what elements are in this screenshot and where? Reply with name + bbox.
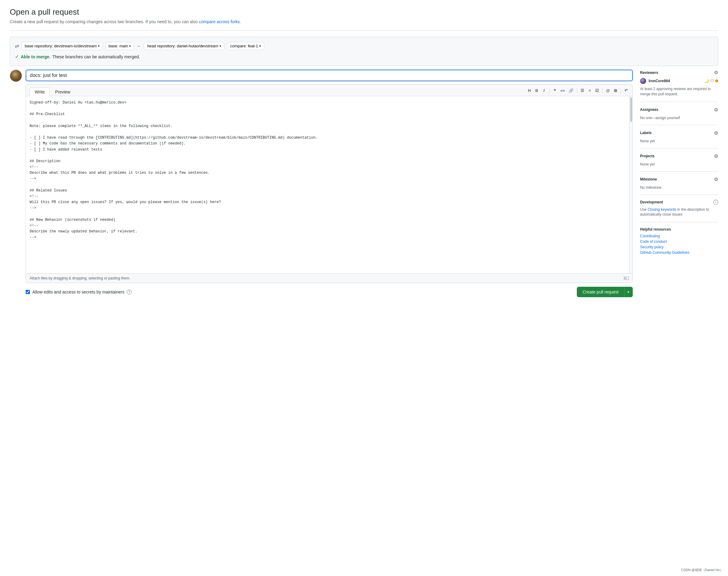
milestone-header: Milestone ⚙ <box>640 176 718 182</box>
avatar-image <box>10 70 22 82</box>
projects-title: Projects <box>640 154 654 158</box>
reviewer-name: IronCore864 <box>649 79 702 83</box>
labels-title: Labels <box>640 131 652 135</box>
sidebar-labels-section: Labels ⚙ None yet <box>640 125 718 148</box>
security-policy-link[interactable]: Security policy <box>640 245 718 249</box>
reference-icon[interactable]: ⊞ <box>613 88 618 93</box>
maintainer-checkbox-row: Allow edits and access to secrets by mai… <box>26 290 132 294</box>
create-btn-dropdown[interactable]: ▾ <box>624 287 633 297</box>
sidebar-reviewers-section: Reviewers ⚙ IronCore864 🌙 🛡 At least 2 a… <box>640 69 718 102</box>
unordered-list-icon[interactable]: ☰ <box>580 88 585 93</box>
compare-forks-link[interactable]: compare across forks. <box>199 19 241 24</box>
closing-keywords-link[interactable]: Closing keywords <box>648 207 676 212</box>
svg-text:M↓: M↓ <box>624 277 627 280</box>
development-info-icon[interactable]: i <box>714 200 718 205</box>
link-icon[interactable]: 🔗 <box>568 88 574 93</box>
scrollbar-thumb <box>630 97 632 122</box>
branch-bar: ⇄ base repository: devstream-io/devstrea… <box>10 37 718 66</box>
milestone-gear-icon[interactable]: ⚙ <box>714 176 718 182</box>
arrow-left-icon: ← <box>137 44 141 49</box>
ordered-list-icon[interactable]: ≡ <box>587 88 592 93</box>
create-pull-request-button[interactable]: Create pull request <box>577 287 624 297</box>
merge-status: ✓ Able to merge. These branches can be a… <box>15 53 140 61</box>
base-repo-select[interactable]: base repository: devstream-io/devstream … <box>21 42 103 50</box>
projects-value: None yet <box>640 162 655 167</box>
moon-icon: 🌙 <box>704 79 709 83</box>
editor-tabs: Write Preview H B I ❝ <> 🔗 ☰ <box>26 85 633 96</box>
development-header: Development i <box>640 200 718 205</box>
labels-value: None yet <box>640 139 655 143</box>
editor-container: Write Preview H B I ❝ <> 🔗 ☰ <box>26 84 633 283</box>
help-icon[interactable]: ? <box>127 290 132 294</box>
projects-gear-icon[interactable]: ⚙ <box>714 153 718 159</box>
compare-branch-caret: ▾ <box>259 44 261 48</box>
milestone-value: No milestone <box>640 185 662 190</box>
main-layout: Write Preview H B I ❝ <> 🔗 ☰ <box>10 69 718 297</box>
avatar-row: Write Preview H B I ❝ <> 🔗 ☰ <box>10 69 633 297</box>
top-divider <box>10 30 718 31</box>
shield-icon: 🛡 <box>710 79 714 83</box>
check-icon: ✓ <box>15 54 19 60</box>
sidebar-development-section: Development i Use Closing keywords in th… <box>640 195 718 223</box>
reviewer-note: At least 2 approving reviews are require… <box>640 86 718 97</box>
create-btn-group: Create pull request ▾ <box>577 287 633 297</box>
tab-preview[interactable]: Preview <box>50 87 76 96</box>
heading-icon[interactable]: H <box>527 88 532 93</box>
reviewers-gear-icon[interactable]: ⚙ <box>714 69 718 76</box>
toolbar-sep-2 <box>577 88 577 93</box>
head-repo-select[interactable]: head repository: daniel-hutao/devstream … <box>144 42 225 50</box>
maintainer-label: Allow edits and access to secrets by mai… <box>32 290 124 294</box>
markdown-icon: M↓ <box>624 277 629 280</box>
blockquote-icon[interactable]: ❝ <box>552 88 558 93</box>
compare-branch-select[interactable]: compare: feat-1 ▾ <box>227 42 264 50</box>
development-title: Development <box>640 200 663 204</box>
sidebar-helpful-resources-section: Helpful resources Contributing Code of c… <box>640 222 718 261</box>
toolbar-icons: H B I ❝ <> 🔗 ☰ ≡ ☑ @ <box>527 88 629 95</box>
labels-header: Labels ⚙ <box>640 130 718 136</box>
bold-icon[interactable]: B <box>534 88 540 93</box>
page-title: Open a pull request <box>10 7 718 17</box>
pr-title-input[interactable] <box>26 69 633 81</box>
reviewers-title: Reviewers <box>640 70 658 75</box>
editor-body <box>26 96 633 273</box>
sidebar-assignees-section: Assignees ⚙ No one—assign yourself <box>640 102 718 125</box>
base-branch-select[interactable]: base: main ▾ <box>105 42 134 50</box>
tab-write[interactable]: Write <box>30 87 50 96</box>
code-of-conduct-link[interactable]: Code of conduct <box>640 239 718 244</box>
undo-icon[interactable]: ↶ <box>623 88 629 93</box>
development-description: Use Closing keywords in the description … <box>640 207 718 218</box>
toolbar-sep-4 <box>620 88 621 93</box>
task-list-icon[interactable]: ☑ <box>594 88 600 93</box>
reviewer-row: IronCore864 🌙 🛡 <box>640 78 718 84</box>
italic-icon[interactable]: I <box>542 88 547 93</box>
assignees-gear-icon[interactable]: ⚙ <box>714 107 718 113</box>
head-repo-caret: ▾ <box>220 44 221 48</box>
page-subtitle: Create a new pull request by comparing c… <box>10 19 718 24</box>
labels-gear-icon[interactable]: ⚙ <box>714 130 718 136</box>
left-panel: Write Preview H B I ❝ <> 🔗 ☰ <box>10 69 633 297</box>
milestone-title: Milestone <box>640 177 657 181</box>
reviewer-avatar <box>640 78 646 84</box>
status-dot <box>715 79 718 83</box>
base-branch-caret: ▾ <box>129 44 131 48</box>
code-icon[interactable]: <> <box>559 88 566 93</box>
assignees-value: No one—assign yourself <box>640 116 680 120</box>
tabs-left: Write Preview <box>30 87 76 96</box>
sidebar-projects-section: Projects ⚙ None yet <box>640 148 718 172</box>
right-panel: Reviewers ⚙ IronCore864 🌙 🛡 At least 2 a… <box>640 69 718 261</box>
editor-footer: Attach files by dragging & dropping, sel… <box>26 273 633 283</box>
maintainer-checkbox[interactable] <box>26 290 30 294</box>
github-community-guidelines-link[interactable]: GitHub Community Guidelines <box>640 251 718 255</box>
projects-header: Projects ⚙ <box>640 153 718 159</box>
reviewer-icons: 🌙 🛡 <box>704 79 718 83</box>
reviewers-header: Reviewers ⚙ <box>640 69 718 76</box>
compare-icon: ⇄ <box>15 43 19 49</box>
pr-body-textarea[interactable] <box>26 96 629 273</box>
pr-form: Write Preview H B I ❝ <> 🔗 ☰ <box>26 69 633 297</box>
editor-scrollbar[interactable] <box>629 96 633 273</box>
sidebar-milestone-section: Milestone ⚙ No milestone <box>640 172 718 195</box>
bottom-bar: Allow edits and access to secrets by mai… <box>26 287 633 297</box>
contributing-link[interactable]: Contributing <box>640 234 718 238</box>
user-avatar <box>10 69 22 82</box>
mention-icon[interactable]: @ <box>605 88 611 93</box>
